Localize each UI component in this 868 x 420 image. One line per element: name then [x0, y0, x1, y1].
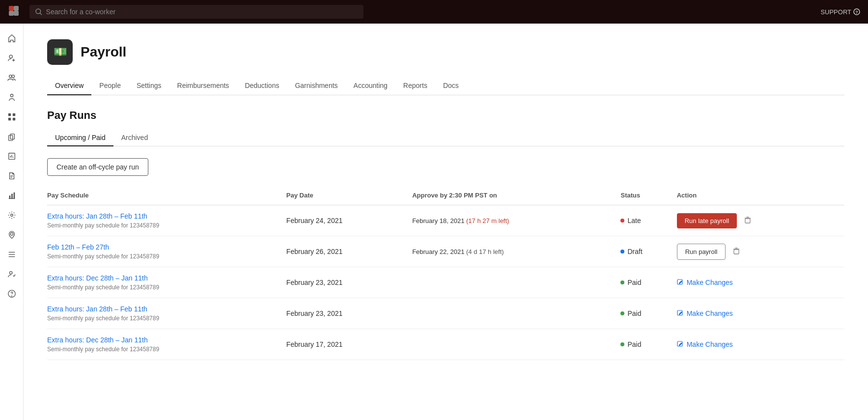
sidebar-item-user-check[interactable] — [3, 265, 21, 283]
col-action: Action — [677, 188, 844, 205]
tab-reports[interactable]: Reports — [395, 77, 435, 95]
pay-schedule-link[interactable]: Extra hours: Dec 28th – Jan 11th — [47, 274, 280, 282]
sidebar-item-help[interactable] — [3, 285, 21, 303]
sidebar-item-bar-chart[interactable] — [3, 187, 21, 204]
svg-point-28 — [10, 214, 13, 217]
pay-schedule-link[interactable]: Feb 12th – Feb 27th — [47, 243, 280, 251]
pay-schedule-sub: Semi-monthly pay schedule for 123458789 — [47, 315, 159, 322]
sidebar-item-apps[interactable] — [3, 108, 21, 126]
pay-schedule-sub: Semi-monthly pay schedule for 123458789 — [47, 253, 159, 260]
action-container: Run payroll — [677, 244, 839, 260]
pay-runs-title: Pay Runs — [47, 109, 844, 122]
pay-runs-table: Pay Schedule Pay Date Approve by 2:30 PM… — [47, 188, 844, 360]
svg-rect-15 — [12, 118, 15, 120]
status-badge: Late — [620, 217, 671, 224]
sidebar-item-copy[interactable] — [3, 128, 21, 145]
table-row: Extra hours: Dec 28th – Jan 11th Semi-mo… — [47, 267, 844, 298]
search-icon — [35, 8, 42, 15]
app-header: 💵 Payroll — [47, 39, 844, 65]
tab-reimbursements[interactable]: Reimbursements — [169, 77, 237, 95]
tab-deductions[interactable]: Deductions — [237, 77, 287, 95]
app-icon: 💵 — [47, 39, 73, 65]
approve-by-date: February 18, 2021 (17 h 27 m left) — [412, 217, 509, 224]
action-container: Make Changes — [677, 340, 839, 348]
pay-schedule-link[interactable]: Extra hours: Dec 28th – Jan 11th — [47, 336, 280, 344]
pay-runs-subtabs: Upcoming / Paid Archived — [47, 130, 844, 146]
search-bar[interactable] — [29, 5, 364, 19]
make-changes-button[interactable]: Make Changes — [677, 309, 733, 317]
svg-line-5 — [40, 13, 42, 15]
tab-people[interactable]: People — [91, 77, 129, 95]
action-container: Make Changes — [677, 279, 839, 286]
main-tabs: Overview People Settings Reimbursements … — [47, 77, 844, 95]
delete-icon[interactable] — [742, 214, 754, 227]
tab-docs[interactable]: Docs — [435, 77, 467, 95]
status-dot — [620, 250, 624, 253]
svg-rect-27 — [13, 193, 15, 199]
pay-date-cell: February 17, 2021 — [286, 329, 412, 360]
sidebar-item-people[interactable] — [3, 69, 21, 86]
make-changes-button[interactable]: Make Changes — [677, 340, 733, 348]
make-changes-button[interactable]: Make Changes — [677, 279, 733, 286]
pay-schedule-cell: Extra hours: Dec 28th – Jan 11th Semi-mo… — [47, 267, 286, 298]
support-button[interactable]: SUPPORT ? — [820, 8, 860, 16]
sidebar-item-chart[interactable] — [3, 147, 21, 165]
sidebar-item-location[interactable] — [3, 226, 21, 244]
sidebar-item-list[interactable] — [3, 246, 21, 263]
status-cell: Paid — [620, 267, 676, 298]
status-dot — [620, 311, 624, 315]
pay-date-cell: February 23, 2021 — [286, 267, 412, 298]
svg-rect-25 — [9, 196, 10, 198]
create-offcycle-button[interactable]: Create an off-cycle pay run — [47, 158, 148, 176]
approve-by-cell: February 22, 2021 (4 d 17 h left) — [412, 236, 620, 267]
pay-schedule-link[interactable]: Extra hours: Jan 28th – Feb 11th — [47, 212, 280, 220]
svg-point-33 — [9, 272, 12, 274]
approve-by-cell — [412, 329, 620, 360]
tab-garnishments[interactable]: Garnishments — [287, 77, 345, 95]
approve-by-date: February 22, 2021 (4 d 17 h left) — [412, 248, 504, 255]
status-cell: Paid — [620, 298, 676, 329]
run-payroll-button[interactable]: Run payroll — [677, 244, 726, 260]
table-row: Extra hours: Jan 28th – Feb 11th Semi-mo… — [47, 205, 844, 236]
svg-text:?: ? — [855, 10, 858, 15]
svg-rect-13 — [12, 113, 15, 116]
pay-schedule-sub: Semi-monthly pay schedule for 123458789 — [47, 346, 159, 353]
pay-date-cell: February 23, 2021 — [286, 298, 412, 329]
pay-date-cell: February 24, 2021 — [286, 205, 412, 236]
pay-schedule-cell: Extra hours: Dec 28th – Jan 11th Semi-mo… — [47, 329, 286, 360]
svg-point-11 — [10, 94, 13, 97]
svg-rect-39 — [734, 250, 739, 254]
action-container: Run late payroll — [677, 213, 839, 228]
action-cell: Run late payroll — [677, 205, 844, 236]
sidebar — [0, 24, 24, 420]
status-badge: Paid — [620, 340, 671, 348]
time-left: (4 d 17 h left) — [466, 248, 504, 255]
time-left: (17 h 27 m left) — [466, 217, 509, 224]
app-title: Payroll — [81, 44, 126, 60]
search-input[interactable] — [46, 8, 358, 16]
approve-by-cell: February 18, 2021 (17 h 27 m left) — [412, 205, 620, 236]
col-pay-schedule: Pay Schedule — [47, 188, 286, 205]
status-label: Draft — [627, 248, 642, 255]
pay-schedule-link[interactable]: Extra hours: Jan 28th – Feb 11th — [47, 305, 280, 313]
action-cell: Make Changes — [677, 267, 844, 298]
tab-overview[interactable]: Overview — [47, 77, 91, 95]
subtab-archived[interactable]: Archived — [113, 130, 156, 146]
subtab-upcoming-paid[interactable]: Upcoming / Paid — [47, 130, 113, 146]
sidebar-item-home[interactable] — [3, 29, 21, 47]
sidebar-item-person-group[interactable] — [3, 88, 21, 106]
sidebar-item-person-add[interactable] — [3, 49, 21, 67]
logo[interactable] — [8, 5, 20, 19]
status-label: Late — [627, 217, 641, 224]
sidebar-item-doc[interactable] — [3, 167, 21, 185]
sidebar-item-settings[interactable] — [3, 206, 21, 224]
delete-icon[interactable] — [730, 245, 742, 258]
top-nav: SUPPORT ? — [0, 0, 868, 24]
tab-settings[interactable]: Settings — [129, 77, 169, 95]
pay-date-cell: February 26, 2021 — [286, 236, 412, 267]
run-late-payroll-button[interactable]: Run late payroll — [677, 213, 737, 228]
tab-accounting[interactable]: Accounting — [346, 77, 395, 95]
status-cell: Draft — [620, 236, 676, 267]
main-content: 💵 Payroll Overview People Settings Reimb… — [24, 24, 868, 420]
pay-schedule-cell: Feb 12th – Feb 27th Semi-monthly pay sch… — [47, 236, 286, 267]
